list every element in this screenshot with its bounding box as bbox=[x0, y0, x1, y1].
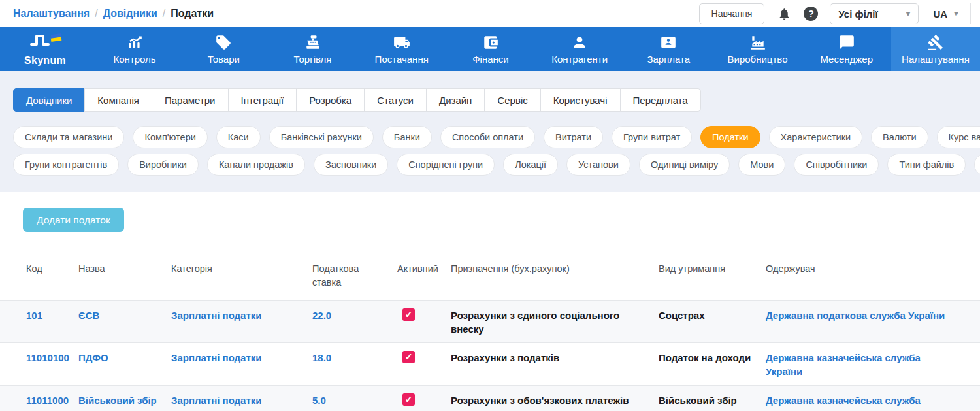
nav-item-налаштування[interactable]: Налаштування bbox=[891, 27, 980, 71]
directory-pills-row-1: Склади та магазиниКомп'ютериКасиБанківсь… bbox=[13, 126, 980, 148]
tab-параметри[interactable]: Параметри bbox=[152, 88, 229, 112]
pill-валюти[interactable]: Валюти bbox=[871, 126, 928, 148]
pill-співробітники[interactable]: Співробітники bbox=[794, 154, 879, 176]
pill-план-рахунків[interactable]: План рахунків bbox=[974, 154, 980, 176]
notifications-bell-icon[interactable] bbox=[776, 6, 792, 22]
pill-мови[interactable]: Мови bbox=[738, 154, 785, 176]
column-header: Вид утримання bbox=[659, 257, 766, 276]
pill-каси[interactable]: Каси bbox=[216, 126, 261, 148]
tax-code-link[interactable]: 11010100 bbox=[26, 351, 78, 365]
pill-локації[interactable]: Локації bbox=[503, 154, 558, 176]
settings-tabs: ДовідникиКомпаніяПараметриІнтеграціїРозр… bbox=[13, 88, 980, 112]
nav-item-фінанси[interactable]: Фінанси bbox=[446, 27, 535, 71]
nav-item-месенджер[interactable]: Месенджер bbox=[802, 27, 891, 71]
pill-комп'ютери[interactable]: Комп'ютери bbox=[133, 126, 207, 148]
tax-code-link[interactable]: 101 bbox=[26, 308, 78, 322]
breadcrumb-separator: / bbox=[163, 8, 165, 20]
table-row: 11010100ПДФОЗарплатні податки18.0✓Розрах… bbox=[0, 342, 980, 385]
pill-споріднені-групи[interactable]: Споріднені групи bbox=[397, 154, 495, 176]
branch-select[interactable]: Усі філії ▼ bbox=[830, 3, 919, 24]
breadcrumb-item[interactable]: Довідники bbox=[103, 8, 157, 20]
tab-користувачі[interactable]: Користувачі bbox=[540, 88, 621, 112]
cash-register-icon bbox=[304, 34, 321, 51]
nav-items: КонтрольТовариТоргівляПостачанняФінансиК… bbox=[90, 27, 980, 71]
language-select[interactable]: UA ▼ bbox=[930, 3, 971, 24]
nav-item-товари[interactable]: Товари bbox=[179, 27, 268, 71]
table-header-row: КодНазваКатегоріяПодаткова ставкаАктивни… bbox=[0, 249, 980, 300]
pill-характеристики[interactable]: Характеристики bbox=[769, 126, 863, 148]
tax-name-link[interactable]: ПДФО bbox=[78, 351, 171, 365]
column-header: Код bbox=[26, 257, 78, 276]
table-row: 101ЄСВЗарплатні податки22.0✓Розрахунки з… bbox=[0, 300, 980, 342]
column-header: Одержувач bbox=[766, 257, 967, 276]
pill-способи-оплати[interactable]: Способи оплати bbox=[440, 126, 535, 148]
column-header: Призначення (бух.рахунок) bbox=[451, 257, 659, 276]
tax-code-link[interactable]: 11011000 bbox=[26, 393, 78, 407]
skynum-logo[interactable]: Skynum bbox=[0, 27, 90, 71]
nav-item-постачання[interactable]: Постачання bbox=[357, 27, 446, 71]
active-checkbox[interactable]: ✓ bbox=[402, 393, 415, 406]
tax-recipient-link[interactable]: Державна казначейська служба України bbox=[766, 351, 967, 378]
training-button[interactable]: Навчання bbox=[699, 3, 765, 24]
nav-item-контроль[interactable]: Контроль bbox=[90, 27, 179, 71]
tax-rate-link[interactable]: 22.0 bbox=[312, 308, 397, 322]
pill-склади-та-магазини[interactable]: Склади та магазини bbox=[13, 126, 124, 148]
tax-category-link[interactable]: Зарплатні податки bbox=[171, 308, 312, 322]
nav-item-label: Виробництво bbox=[728, 54, 788, 65]
nav-item-зарплата[interactable]: Зарплата bbox=[624, 27, 713, 71]
pill-курс-валют[interactable]: Курс валют bbox=[937, 126, 980, 148]
nav-item-контрагенти[interactable]: Контрагенти bbox=[535, 27, 624, 71]
person-icon bbox=[571, 34, 588, 51]
chevron-down-icon: ▼ bbox=[905, 10, 912, 18]
pill-групи-контрагентів[interactable]: Групи контрагентів bbox=[13, 154, 119, 176]
tab-передплата[interactable]: Передплата bbox=[620, 88, 701, 112]
price-tag-icon bbox=[215, 34, 232, 51]
skynum-logo-text: Skynum bbox=[24, 55, 66, 67]
pill-податки[interactable]: Податки bbox=[700, 126, 760, 148]
pill-типи-файлів[interactable]: Типи файлів bbox=[887, 154, 966, 176]
pill-виробники[interactable]: Виробники bbox=[127, 154, 199, 176]
tab-сервіс[interactable]: Сервіс bbox=[484, 88, 540, 112]
tax-recipient-link[interactable]: Державна казначейська служба України bbox=[766, 393, 967, 411]
add-tax-button[interactable]: Додати податок bbox=[23, 208, 124, 232]
tab-довідники[interactable]: Довідники bbox=[13, 88, 85, 112]
column-header: Категорія bbox=[171, 257, 312, 276]
help-icon[interactable]: ? bbox=[804, 7, 818, 21]
tax-recipient-link[interactable]: Державна податкова служба України bbox=[766, 308, 967, 322]
tab-компанія[interactable]: Компанія bbox=[84, 88, 152, 112]
pill-витрати[interactable]: Витрати bbox=[544, 126, 603, 148]
tab-інтеграції[interactable]: Інтеграції bbox=[228, 88, 297, 112]
tax-category-link[interactable]: Зарплатні податки bbox=[171, 351, 312, 365]
tax-category-link[interactable]: Зарплатні податки bbox=[171, 393, 312, 407]
pill-одиниці-виміру[interactable]: Одиниці виміру bbox=[639, 154, 730, 176]
salary-envelope-icon bbox=[660, 34, 677, 51]
pill-групи-витрат[interactable]: Групи витрат bbox=[612, 126, 692, 148]
tax-name-link[interactable]: ЄСВ bbox=[78, 308, 171, 322]
pill-установи[interactable]: Установи bbox=[566, 154, 630, 176]
tax-rate-link[interactable]: 5.0 bbox=[312, 393, 397, 407]
active-checkbox[interactable]: ✓ bbox=[402, 308, 415, 321]
pill-засновники[interactable]: Засновники bbox=[314, 154, 388, 176]
factory-icon bbox=[749, 34, 767, 51]
pill-канали-продажів[interactable]: Канали продажів bbox=[207, 154, 305, 176]
active-checkbox[interactable]: ✓ bbox=[402, 351, 415, 363]
delivery-truck-icon bbox=[393, 34, 411, 51]
taxes-table: КодНазваКатегоріяПодаткова ставкаАктивни… bbox=[0, 249, 980, 411]
column-header: Податкова ставка bbox=[312, 257, 397, 289]
tax-withholding-type: Військовий збір bbox=[659, 393, 766, 407]
tab-розробка[interactable]: Розробка bbox=[296, 88, 365, 112]
tab-дизайн[interactable]: Дизайн bbox=[426, 88, 485, 112]
tax-rate-link[interactable]: 18.0 bbox=[312, 351, 397, 365]
chart-growth-icon bbox=[126, 34, 143, 51]
wallet-icon bbox=[482, 34, 499, 51]
chat-bubble-icon bbox=[838, 34, 855, 51]
tab-статуси[interactable]: Статуси bbox=[364, 88, 427, 112]
column-header: Активний bbox=[397, 257, 451, 276]
breadcrumb-item[interactable]: Налаштування bbox=[13, 8, 90, 20]
nav-item-виробництво[interactable]: Виробництво bbox=[713, 27, 802, 71]
nav-item-торгівля[interactable]: Торгівля bbox=[268, 27, 357, 71]
tax-name-link[interactable]: Військовий збір bbox=[78, 393, 171, 407]
pill-банківські-рахунки[interactable]: Банківські рахунки bbox=[269, 126, 374, 148]
pill-банки[interactable]: Банки bbox=[382, 126, 432, 148]
taxes-content-card: Додати податок КодНазваКатегоріяПодатков… bbox=[0, 192, 980, 411]
